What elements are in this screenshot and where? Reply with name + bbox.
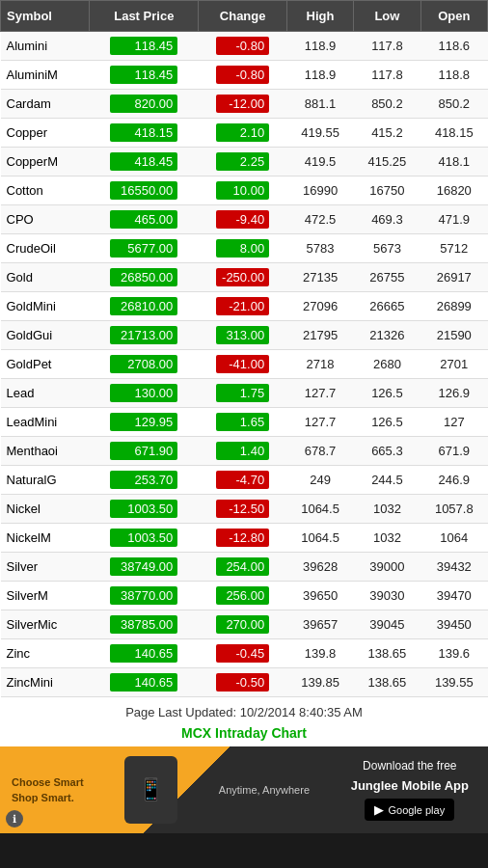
cell-open: 21590 xyxy=(420,321,487,350)
cell-low: 415.2 xyxy=(354,119,420,148)
cell-last-price: 26810.00 xyxy=(90,292,199,321)
cell-change: -9.40 xyxy=(199,205,286,234)
cell-symbol: GoldMini xyxy=(1,292,90,321)
cell-symbol: Gold xyxy=(1,263,90,292)
cell-high: 127.7 xyxy=(286,379,353,408)
table-row: LeadMini129.951.65127.7126.5127 xyxy=(1,408,488,437)
cell-last-price: 671.90 xyxy=(90,437,199,466)
table-row: GoldMini26810.00-21.00270962666526899 xyxy=(1,292,488,321)
cell-low: 39000 xyxy=(354,553,420,582)
cell-high: 39650 xyxy=(286,582,353,610)
play-store-label: Google play xyxy=(388,804,445,816)
cell-open: 118.6 xyxy=(420,32,487,61)
cell-low: 1032 xyxy=(354,495,420,524)
cell-low: 5673 xyxy=(354,234,420,263)
cell-change: -12.50 xyxy=(199,495,286,524)
cell-high: 39628 xyxy=(286,553,353,582)
cell-open: 118.8 xyxy=(420,61,487,90)
cell-symbol: CPO xyxy=(1,205,90,234)
col-last-price: Last Price xyxy=(90,1,199,32)
table-row: Copper418.152.10419.55415.2418.15 xyxy=(1,119,488,148)
cell-high: 118.9 xyxy=(286,32,353,61)
col-change: Change xyxy=(199,1,286,32)
ad-banner: Choose Smart Shop Smart. 📱 Anytime, Anyw… xyxy=(0,746,488,833)
cell-change: 10.00 xyxy=(199,176,286,205)
table-row: SilverMic38785.00270.00396573904539450 xyxy=(1,610,488,639)
table-header-row: Symbol Last Price Change High Low Open xyxy=(1,1,488,32)
cell-change: -4.70 xyxy=(199,466,286,495)
cell-high: 249 xyxy=(286,466,353,495)
cell-low: 469.3 xyxy=(354,205,420,234)
cell-open: 471.9 xyxy=(420,205,487,234)
cell-change: -0.80 xyxy=(199,61,286,90)
cell-open: 418.1 xyxy=(420,148,487,176)
cell-symbol: LeadMini xyxy=(1,408,90,437)
cell-symbol: Silver xyxy=(1,553,90,582)
cell-low: 138.65 xyxy=(354,639,420,668)
cell-last-price: 38770.00 xyxy=(90,582,199,610)
cell-last-price: 253.70 xyxy=(90,466,199,495)
cell-symbol: NickelM xyxy=(1,524,90,553)
mcx-chart-link[interactable]: MCX Intraday Chart xyxy=(0,723,488,746)
cell-high: 21795 xyxy=(286,321,353,350)
cell-symbol: Lead xyxy=(1,379,90,408)
cell-open: 16820 xyxy=(420,176,487,205)
table-row: CrudeOil5677.008.00578356735712 xyxy=(1,234,488,263)
cell-symbol: NaturalG xyxy=(1,466,90,495)
cell-open: 671.9 xyxy=(420,437,487,466)
cell-low: 39045 xyxy=(354,610,420,639)
play-store-icon: ▶ xyxy=(374,802,384,817)
cell-change: 1.40 xyxy=(199,437,286,466)
cell-symbol: Cardam xyxy=(1,90,90,119)
cell-high: 5783 xyxy=(286,234,353,263)
cell-change: -0.80 xyxy=(199,32,286,61)
cell-high: 127.7 xyxy=(286,408,353,437)
cell-symbol: ZincMini xyxy=(1,668,90,697)
page-last-updated: Page Last Updated: 10/2/2014 8:40:35 AM xyxy=(0,697,488,723)
table-row: CPO465.00-9.40472.5469.3471.9 xyxy=(1,205,488,234)
cell-symbol: Alumini xyxy=(1,32,90,61)
cell-change: 313.00 xyxy=(199,321,286,350)
cell-open: 139.55 xyxy=(420,668,487,697)
table-row: Silver38749.00254.00396283900039432 xyxy=(1,553,488,582)
ad-left-section: Choose Smart Shop Smart. xyxy=(12,776,84,803)
cell-symbol: AluminiM xyxy=(1,61,90,90)
cell-open: 850.2 xyxy=(420,90,487,119)
ad-phone-icon: 📱 xyxy=(124,756,177,824)
table-row: Zinc140.65-0.45139.8138.65139.6 xyxy=(1,639,488,668)
cell-last-price: 820.00 xyxy=(90,90,199,119)
cell-open: 2701 xyxy=(420,350,487,379)
cell-open: 39470 xyxy=(420,582,487,610)
table-row: Cotton16550.0010.00169901675016820 xyxy=(1,176,488,205)
col-low: Low xyxy=(354,1,420,32)
table-row: CopperM418.452.25419.5415.25418.1 xyxy=(1,148,488,176)
cell-high: 139.8 xyxy=(286,639,353,668)
cell-symbol: Zinc xyxy=(1,639,90,668)
cell-change: -41.00 xyxy=(199,350,286,379)
cell-last-price: 140.65 xyxy=(90,668,199,697)
cell-low: 26665 xyxy=(354,292,420,321)
cell-high: 678.7 xyxy=(286,437,353,466)
cell-low: 244.5 xyxy=(354,466,420,495)
cell-symbol: Nickel xyxy=(1,495,90,524)
cell-change: 254.00 xyxy=(199,553,286,582)
cell-low: 138.65 xyxy=(354,668,420,697)
cell-last-price: 21713.00 xyxy=(90,321,199,350)
table-row: GoldPet2708.00-41.00271826802701 xyxy=(1,350,488,379)
cell-last-price: 2708.00 xyxy=(90,350,199,379)
table-row: Lead130.001.75127.7126.5126.9 xyxy=(1,379,488,408)
cell-high: 1064.5 xyxy=(286,524,353,553)
cell-change: -0.45 xyxy=(199,639,286,668)
cell-symbol: GoldGui xyxy=(1,321,90,350)
table-row: Alumini118.45-0.80118.9117.8118.6 xyxy=(1,32,488,61)
google-play-button[interactable]: ▶ Google play xyxy=(365,799,454,821)
cell-change: 2.10 xyxy=(199,119,286,148)
cell-last-price: 26850.00 xyxy=(90,263,199,292)
cell-low: 665.3 xyxy=(354,437,420,466)
cell-high: 2718 xyxy=(286,350,353,379)
cell-high: 139.85 xyxy=(286,668,353,697)
main-container: Symbol Last Price Change High Low Open A… xyxy=(0,0,488,833)
cell-open: 126.9 xyxy=(420,379,487,408)
ad-download-text: Download the free xyxy=(363,759,456,773)
cell-low: 415.25 xyxy=(354,148,420,176)
